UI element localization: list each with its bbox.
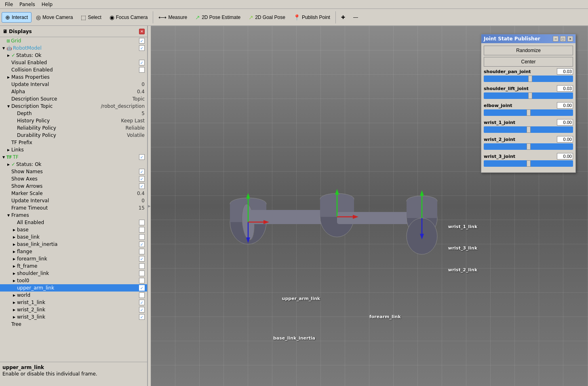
sidebar-item-update-interval-tf[interactable]: Update Interval 0	[0, 197, 147, 204]
sidebar-item-description-source[interactable]: Description Source Topic	[0, 95, 147, 103]
center-button[interactable]: Center	[484, 57, 573, 67]
jsp-minimize-button[interactable]: −	[553, 36, 558, 42]
sidebar-item-wrist-3-link[interactable]: ▶ wrist_3_link	[0, 313, 147, 321]
sidebar-item-shoulder-link[interactable]: ▶ shoulder_link	[0, 270, 147, 277]
sidebar-item-alpha[interactable]: Alpha 0.4	[0, 88, 147, 95]
sidebar-item-show-arrows[interactable]: Show Arrows	[0, 183, 147, 190]
sidebar-close-button[interactable]: ✕	[139, 29, 145, 34]
tf-checkbox[interactable]	[139, 154, 145, 160]
interact-button[interactable]: ⊕ Interact	[2, 12, 32, 23]
wrist-3-link-checkbox[interactable]	[139, 314, 145, 320]
show-axes-checkbox[interactable]	[139, 176, 145, 182]
move-camera-button[interactable]: ◎ Move Camera	[32, 12, 76, 23]
wrist-1-link-checkbox[interactable]	[139, 300, 145, 305]
sidebar-item-flange[interactable]: ▶ flange	[0, 248, 147, 255]
sidebar-item-history-policy[interactable]: History Policy Keep Last	[0, 117, 147, 124]
sidebar-item-update-interval[interactable]: Update Interval 0	[0, 81, 147, 88]
sidebar-item-mass-properties[interactable]: ▶ Mass Properties	[0, 73, 147, 81]
jsp-joint-elbow-thumb[interactable]	[527, 109, 531, 116]
jsp-joint-wrist-1-thumb[interactable]	[527, 126, 531, 133]
sidebar-item-frames[interactable]: ▼ Frames	[0, 212, 147, 219]
jsp-joint-shoulder-pan-value[interactable]	[557, 68, 573, 75]
menu-file[interactable]: File	[2, 1, 16, 8]
jsp-joint-wrist-3-thumb[interactable]	[527, 160, 531, 167]
publish-point-button[interactable]: 📍 Publish Point	[290, 12, 334, 23]
flange-checkbox[interactable]	[139, 249, 145, 254]
menu-help[interactable]: Help	[38, 1, 56, 8]
base-link-checkbox[interactable]	[139, 234, 145, 240]
jsp-joint-elbow-value[interactable]	[557, 102, 573, 109]
shoulder-link-checkbox[interactable]	[139, 271, 145, 276]
world-checkbox[interactable]	[139, 292, 145, 298]
jsp-joint-shoulder-lift-slider[interactable]	[484, 92, 573, 99]
viewport[interactable]: upper_arm_link forearm_link wrist_1_link…	[151, 26, 588, 386]
sidebar-item-ft-frame[interactable]: ▶ ft_frame	[0, 262, 147, 270]
menu-panels[interactable]: Panels	[16, 1, 38, 8]
grid-checkbox[interactable]	[139, 38, 145, 44]
sidebar-item-base-link[interactable]: ▶ base_link	[0, 233, 147, 241]
jsp-close-button[interactable]: ×	[567, 36, 573, 42]
measure-button[interactable]: ⟷ Measure	[155, 12, 191, 23]
sidebar-item-tf-prefix[interactable]: TF Prefix	[0, 139, 147, 146]
forearm-link-checkbox[interactable]	[139, 256, 145, 262]
jsp-joint-shoulder-lift-value[interactable]	[557, 85, 573, 92]
show-names-checkbox[interactable]	[139, 169, 145, 174]
sidebar-item-show-axes[interactable]: Show Axes	[0, 175, 147, 183]
randomize-button[interactable]: Randomize	[484, 46, 573, 55]
sidebar-item-visual-enabled[interactable]: Visual Enabled	[0, 59, 147, 66]
jsp-joint-shoulder-pan-slider[interactable]	[484, 76, 573, 82]
jsp-joint-elbow-slider[interactable]	[484, 109, 573, 116]
all-enabled-checkbox[interactable]	[139, 220, 145, 225]
sidebar-item-tf[interactable]: ▼ TF TF	[0, 153, 147, 161]
ft-frame-checkbox[interactable]	[139, 263, 145, 269]
focus-camera-button[interactable]: ◉ Focus Camera	[106, 12, 152, 23]
sidebar-item-grid[interactable]: ⊞ Grid	[0, 37, 147, 44]
sidebar-scroll[interactable]: ⊞ Grid ▼ 🤖 RobotModel ▶ ✓ Status: Ok Vis…	[0, 37, 147, 362]
show-arrows-checkbox[interactable]	[139, 183, 145, 189]
2d-goal-button[interactable]: ↗ 2D Goal Pose	[245, 12, 289, 23]
sidebar-item-robotmodel[interactable]: ▼ 🤖 RobotModel	[0, 44, 147, 52]
base-link-inertia-checkbox[interactable]	[139, 241, 145, 247]
2d-pose-button[interactable]: ↗ 2D Pose Estimate	[192, 12, 244, 23]
sidebar-resize-handle[interactable]	[148, 26, 151, 386]
upper-arm-link-checkbox[interactable]	[139, 285, 145, 291]
sidebar-item-show-names[interactable]: Show Names	[0, 168, 147, 175]
sidebar-item-wrist-2-link[interactable]: ▶ wrist_2_link	[0, 306, 147, 313]
sidebar-item-base-link-inertia[interactable]: ▶ base_link_inertia	[0, 241, 147, 248]
jsp-joint-wrist-3-slider[interactable]	[484, 160, 573, 167]
sidebar-item-world[interactable]: ▶ world	[0, 292, 147, 299]
sidebar-item-links[interactable]: ▶ Links	[0, 146, 147, 153]
add-button[interactable]: ✚	[337, 13, 349, 22]
sidebar-item-collision-enabled[interactable]: Collision Enabled	[0, 66, 147, 73]
sidebar-item-durability-policy[interactable]: Durability Policy Volatile	[0, 132, 147, 139]
select-button[interactable]: ⬚ Select	[77, 12, 105, 23]
jsp-joint-wrist-1-slider[interactable]	[484, 126, 573, 133]
base-checkbox[interactable]	[139, 227, 145, 233]
jsp-joint-wrist-2-thumb[interactable]	[527, 143, 531, 150]
jsp-joint-wrist-1-value[interactable]	[557, 119, 573, 126]
sidebar-item-depth[interactable]: Depth 5	[0, 110, 147, 117]
sidebar-item-forearm-link[interactable]: ▶ forearm_link	[0, 255, 147, 262]
sidebar-item-frame-timeout[interactable]: Frame Timeout 15	[0, 204, 147, 212]
sidebar-item-marker-scale[interactable]: Marker Scale 0.4	[0, 190, 147, 197]
tool0-checkbox[interactable]	[139, 278, 145, 283]
jsp-joint-shoulder-pan-thumb[interactable]	[528, 76, 532, 82]
jsp-joint-wrist-3-value[interactable]	[557, 153, 573, 159]
robotmodel-checkbox[interactable]	[139, 45, 145, 51]
sidebar-item-description-topic[interactable]: ▼ Description Topic /robot_description	[0, 103, 147, 110]
sidebar-item-reliability-policy[interactable]: Reliability Policy Reliable	[0, 124, 147, 132]
jsp-joint-shoulder-lift-thumb[interactable]	[528, 92, 532, 99]
sidebar-item-tool0[interactable]: ▶ tool0	[0, 277, 147, 284]
sidebar-item-all-enabled[interactable]: All Enabled	[0, 219, 147, 226]
jsp-maximize-button[interactable]: □	[560, 36, 566, 42]
visual-enabled-checkbox[interactable]	[139, 60, 145, 65]
wrist-2-link-checkbox[interactable]	[139, 307, 145, 313]
sidebar-item-base[interactable]: ▶ base	[0, 226, 147, 233]
sidebar-item-upper-arm-link[interactable]: upper_arm_link	[0, 284, 147, 292]
collision-enabled-checkbox[interactable]	[139, 67, 145, 73]
sidebar-item-wrist-1-link[interactable]: ▶ wrist_1_link	[0, 299, 147, 306]
sidebar-item-status[interactable]: ▶ ✓ Status: Ok	[0, 52, 147, 59]
minus-button[interactable]: —	[350, 13, 362, 22]
jsp-joint-wrist-2-value[interactable]	[557, 136, 573, 143]
sidebar-item-tf-status[interactable]: ▶ ✓ Status: Ok	[0, 161, 147, 168]
